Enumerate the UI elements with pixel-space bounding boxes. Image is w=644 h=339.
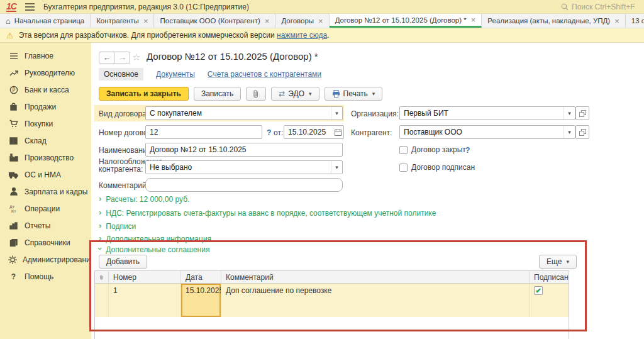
- sidebar-label: Помощь: [25, 272, 53, 281]
- section-podpisi[interactable]: › Подписи: [99, 221, 136, 231]
- section-label: Дополнительные соглашения: [106, 245, 209, 254]
- more-button[interactable]: Еще ▾: [539, 255, 577, 269]
- sidebar-label: Администрирование: [23, 255, 94, 264]
- contract-closed-checkbox[interactable]: Договор закрыт: [399, 145, 466, 154]
- sidebar-item-rukovoditelyu[interactable]: Руководителю: [0, 64, 91, 81]
- close-icon[interactable]: ×: [614, 17, 619, 25]
- chevron-down-icon: ▾: [372, 91, 375, 97]
- agreement-row[interactable]: 1 15.10.2025 Доп соглашение по перевозке…: [95, 284, 569, 317]
- section-dop-soglasheniya[interactable]: › Дополнительные соглашения: [99, 244, 209, 255]
- print-button[interactable]: Печать ▾: [325, 87, 383, 101]
- sidebar-item-otchety[interactable]: Отчеты: [0, 217, 91, 234]
- tab-dogovor-12-active[interactable]: Договор №12 от 15.10.2025 (Договор) * ×: [330, 14, 482, 28]
- comment-input[interactable]: [145, 178, 343, 192]
- chevron-down-icon[interactable]: ▾: [331, 107, 342, 119]
- signed-checkbox[interactable]: ✔: [534, 286, 543, 295]
- attachment-column-header[interactable]: [95, 271, 109, 283]
- edo-button[interactable]: ⇄ ЭДО ▾: [271, 87, 319, 101]
- help-icon: ?: [8, 272, 19, 281]
- section-raschety[interactable]: › Расчеты: 12 000,00 руб.: [99, 194, 189, 204]
- sidebar-label: Зарплата и кадры: [25, 187, 87, 196]
- chevron-down-icon[interactable]: ▾: [331, 161, 342, 174]
- svg-text:Р: Р: [12, 87, 15, 93]
- sidebar-item-spravochniki[interactable]: Справочники: [0, 234, 91, 251]
- sidebar-item-operacii[interactable]: ДтКт Операции: [0, 200, 91, 217]
- contract-type-select[interactable]: С покупателем ▾: [145, 106, 343, 120]
- warning-text: Эта версия для разработчиков. Для приобр…: [19, 31, 330, 40]
- number-help-icon[interactable]: ?: [267, 128, 271, 137]
- paperclip-icon: [99, 274, 104, 281]
- tab-kontragenty[interactable]: Контрагенты ×: [91, 14, 154, 28]
- column-header-date[interactable]: Дата: [181, 271, 221, 283]
- sidebar-item-administrirovanie[interactable]: Администрирование: [0, 251, 91, 268]
- main-menu-icon[interactable]: [25, 3, 35, 11]
- contract-signed-checkbox[interactable]: Договор подписан: [399, 163, 475, 172]
- section-dop-informaciya[interactable]: › Дополнительная информация: [99, 233, 211, 244]
- title-bar: 1С Бухгалтерия предприятия, редакция 3.0…: [0, 0, 644, 14]
- tab-dogovory[interactable]: Договоры ×: [275, 14, 329, 28]
- tab-scheta-raschetov[interactable]: Счета расчетов с контрагентами: [208, 70, 321, 79]
- global-search[interactable]: Поиск Ctrl+Shift+F: [561, 0, 644, 14]
- name-value[interactable]: [146, 143, 342, 156]
- favorite-star-icon[interactable]: ☆: [132, 52, 140, 63]
- counterparty-open-button[interactable]: [575, 125, 589, 139]
- counterparty-select[interactable]: Поставщик ООО ▾: [399, 125, 575, 139]
- contract-number-input[interactable]: [145, 125, 262, 139]
- comment-value[interactable]: [146, 179, 342, 191]
- tab-home[interactable]: ⌂ Начальная страница: [0, 14, 91, 28]
- tab-realizaciya[interactable]: Реализация (акты, накладные, УПД) ×: [482, 14, 625, 28]
- sidebar-item-bank-i-kassa[interactable]: Р Банк и касса: [0, 81, 91, 98]
- sidebar-item-prodazhi[interactable]: Продажи: [0, 98, 91, 115]
- cell-comment[interactable]: Доп соглашение по перевозке: [221, 284, 530, 317]
- name-input[interactable]: [145, 143, 343, 157]
- sidebar-item-sklad[interactable]: Склад: [0, 132, 91, 149]
- contract-date-input[interactable]: [284, 125, 344, 139]
- cell-date-selected[interactable]: 15.10.2025: [181, 284, 221, 317]
- chevron-down-icon[interactable]: ▾: [564, 126, 575, 138]
- close-icon[interactable]: ×: [471, 16, 476, 24]
- column-header-signed[interactable]: Подписано: [530, 271, 569, 283]
- form-nav-tabs: Основное Документы Счета расчетов с конт…: [99, 68, 321, 81]
- tab-13-dogovor[interactable]: 13 от 15.10.2025 (Договор) ×: [626, 14, 644, 28]
- sidebar-item-os-i-nma[interactable]: ОС и НМА: [0, 166, 91, 183]
- calendar-icon[interactable]: [333, 126, 343, 138]
- forward-button[interactable]: →: [114, 52, 130, 64]
- tab-osnovnoe[interactable]: Основное: [99, 68, 143, 81]
- close-icon[interactable]: ×: [265, 17, 270, 25]
- column-header-number[interactable]: Номер: [109, 271, 181, 283]
- organization-open-button[interactable]: [575, 106, 589, 120]
- contract-date-value[interactable]: [284, 126, 333, 138]
- sidebar-item-pomoshch[interactable]: ? Помощь: [0, 268, 91, 285]
- organization-label: Организация:: [351, 109, 399, 118]
- checkbox-box[interactable]: [399, 146, 408, 154]
- purchase-link[interactable]: нажмите сюда: [277, 31, 327, 40]
- checkbox-box[interactable]: [399, 164, 408, 172]
- column-header-comment[interactable]: Комментарий: [221, 271, 530, 283]
- cell-signed[interactable]: ✔: [530, 284, 569, 317]
- tab-postavshchik[interactable]: Поставщик ООО (Контрагент) ×: [154, 14, 275, 28]
- warning-icon: ⚠: [6, 31, 14, 40]
- back-button[interactable]: ←: [99, 52, 114, 64]
- sidebar-item-glavnoe[interactable]: Главное: [0, 47, 91, 64]
- save-button[interactable]: Записать: [194, 87, 241, 101]
- closed-help-icon[interactable]: ?: [465, 146, 470, 155]
- cell-number[interactable]: 1: [109, 284, 181, 317]
- save-and-close-button[interactable]: Записать и закрыть: [99, 87, 189, 101]
- taxation-select[interactable]: Не выбрано ▾: [145, 160, 343, 174]
- chevron-down-icon: ▾: [566, 258, 569, 265]
- cell-attachment[interactable]: [95, 284, 109, 317]
- sidebar-item-pokupki[interactable]: Покупки: [0, 115, 91, 132]
- section-nds[interactable]: › НДС: Регистрировать счета-фактуры на а…: [99, 208, 436, 218]
- close-icon[interactable]: ×: [143, 17, 148, 25]
- attachments-button[interactable]: [246, 87, 266, 101]
- close-icon[interactable]: ×: [318, 17, 323, 25]
- sidebar-item-proizvodstvo[interactable]: Производство: [0, 149, 91, 166]
- agreements-table: Номер Дата Комментарий Подписано 1 15.10…: [94, 270, 569, 339]
- contract-number-value[interactable]: [146, 126, 262, 138]
- sidebar-item-zarplata-i-kadry[interactable]: Зарплата и кадры: [0, 183, 91, 200]
- chevron-down-icon[interactable]: ▾: [564, 107, 575, 119]
- tab-dokumenty[interactable]: Документы: [156, 70, 195, 79]
- organization-select[interactable]: Первый БИТ ▾: [399, 106, 575, 120]
- add-agreement-button[interactable]: Добавить: [99, 255, 147, 269]
- paperclip-icon: [252, 89, 260, 98]
